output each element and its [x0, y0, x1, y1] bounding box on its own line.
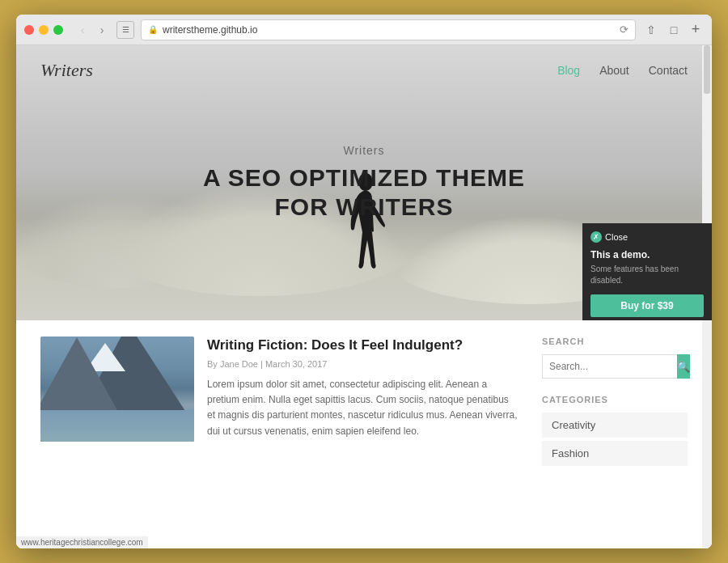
search-box: 🔍 — [542, 354, 688, 379]
reader-view-button[interactable]: ☰ — [116, 21, 134, 39]
browser-dots — [24, 25, 63, 35]
demo-popup: ✗ Close This a demo. Some features has b… — [582, 223, 712, 320]
blog-post: Writing Fiction: Does It Feel Indulgent?… — [40, 337, 518, 442]
hero-title: A SEO OPTIMIZED THEME FOR WRITERS — [203, 163, 525, 222]
browser-actions: ⇧ □ + — [642, 21, 704, 39]
search-icon: 🔍 — [677, 361, 690, 373]
search-title: SEARCH — [542, 337, 688, 346]
url-bar[interactable]: 🔒 writerstheme.github.io ⟳ — [141, 19, 636, 40]
nav-blog[interactable]: Blog — [557, 64, 580, 77]
refresh-icon[interactable]: ⟳ — [620, 23, 629, 36]
browser-window: ‹ › ☰ 🔒 writerstheme.github.io ⟳ ⇧ □ + W… — [16, 15, 712, 548]
mountain-background — [40, 337, 194, 442]
post-meta: By Jane Doe | March 30, 2017 — [207, 359, 518, 369]
search-button[interactable]: 🔍 — [677, 354, 690, 379]
search-section: SEARCH 🔍 — [542, 337, 688, 379]
categories-section: CATEGORIES Creativity Fashion — [542, 395, 688, 466]
post-content: Writing Fiction: Does It Feel Indulgent?… — [207, 337, 518, 442]
new-tab-button[interactable]: □ — [665, 21, 683, 39]
site-nav-links: Blog About Contact — [557, 64, 688, 77]
back-button[interactable]: ‹ — [74, 22, 91, 38]
main-content: Writing Fiction: Does It Feel Indulgent?… — [16, 320, 712, 548]
close-label: Close — [605, 232, 628, 242]
hero-title-line1: A SEO OPTIMIZED THEME — [203, 164, 525, 191]
bottom-url-bar: www.heritagechristiancollege.com — [16, 536, 148, 548]
post-excerpt: Lorem ipsum dolor sit amet, consectetur … — [207, 377, 518, 439]
close-demo-button[interactable]: ✗ Close — [590, 231, 704, 243]
lock-icon: 🔒 — [148, 25, 158, 34]
dot-red[interactable] — [24, 25, 34, 35]
bottom-url-text: www.heritagechristiancollege.com — [21, 538, 143, 547]
hero-subtitle: Writers — [343, 144, 384, 157]
nav-about[interactable]: About — [599, 64, 629, 77]
dot-yellow[interactable] — [39, 25, 49, 35]
nav-contact[interactable]: Contact — [649, 64, 688, 77]
browser-nav-buttons: ‹ › — [74, 22, 110, 38]
website-content: Writers Blog About Contact — [16, 45, 712, 548]
post-title[interactable]: Writing Fiction: Does It Feel Indulgent? — [207, 337, 518, 354]
categories-title: CATEGORIES — [542, 395, 688, 404]
share-button[interactable]: ⇧ — [642, 21, 660, 39]
sidebar: SEARCH 🔍 CATEGORIES Creativity Fashion — [542, 337, 688, 532]
lake-reflection — [40, 410, 194, 442]
category-item-fashion[interactable]: Fashion — [542, 441, 688, 466]
demo-description: Some features has been disabled. — [590, 264, 704, 286]
demo-title: This a demo. — [590, 249, 704, 260]
buy-button[interactable]: Buy for $39 — [590, 294, 704, 317]
forward-button[interactable]: › — [94, 22, 110, 38]
post-image — [40, 337, 194, 442]
site-nav: Writers Blog About Contact — [16, 45, 712, 95]
add-tab-button[interactable]: + — [688, 22, 704, 38]
url-text: writerstheme.github.io — [163, 24, 257, 36]
site-logo[interactable]: Writers — [40, 60, 93, 81]
dot-green[interactable] — [53, 25, 63, 35]
search-input[interactable] — [542, 354, 677, 379]
close-icon: ✗ — [590, 231, 602, 243]
hero-title-line2: FOR WRITERS — [275, 193, 454, 220]
blog-posts: Writing Fiction: Does It Feel Indulgent?… — [40, 337, 518, 532]
category-item-creativity[interactable]: Creativity — [542, 413, 688, 438]
browser-titlebar: ‹ › ☰ 🔒 writerstheme.github.io ⟳ ⇧ □ + — [16, 15, 712, 45]
